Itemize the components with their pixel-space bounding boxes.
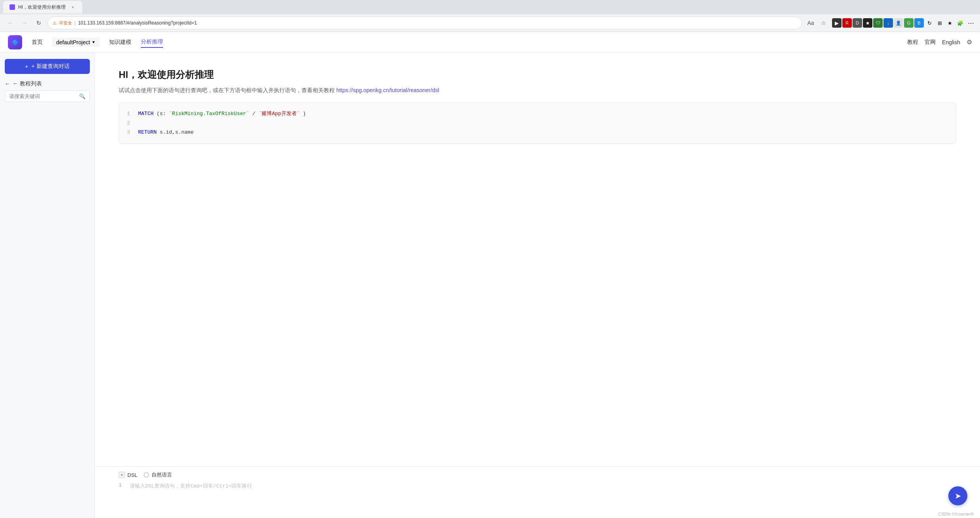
address-url: 101.133.163.159:8887/#/analysisReasoning… xyxy=(78,20,197,26)
ext-split-icon[interactable]: ⊞ xyxy=(935,18,944,28)
editor-line-num: 1 xyxy=(119,482,125,505)
nav-lang[interactable]: English xyxy=(942,39,960,45)
tutorial-list-header[interactable]: ← ← 教程列表 xyxy=(5,80,90,87)
footer-credit: CSDN ©©corner® xyxy=(95,510,980,518)
ext-play-icon[interactable]: ▶ xyxy=(832,18,842,28)
browser-tab[interactable]: HI，欢迎使用分析推理 × xyxy=(3,1,82,13)
send-icon: ➤ xyxy=(955,491,961,501)
back-button[interactable]: ← xyxy=(5,17,16,28)
code-line-1: 1 MATCH (s: `RiskMining.TaxOfRiskUser` /… xyxy=(127,109,948,118)
nav-right: 教程 官网 English ⚙ xyxy=(907,38,972,46)
ext-puzzle-icon[interactable]: 🧩 xyxy=(955,18,965,28)
mode-natural-label: 自然语言 xyxy=(152,471,172,478)
input-area: ≡ DSL 自然语言 1 请输入DSL查询语句，支持Cmd+回车/Ctrl+回车… xyxy=(95,466,980,510)
star-button[interactable]: ☆ xyxy=(818,17,829,28)
welcome-title: HI，欢迎使用分析推理 xyxy=(119,68,956,81)
tab-title: HI，欢迎使用分析推理 xyxy=(18,4,66,11)
forward-button[interactable]: → xyxy=(19,17,30,28)
line-num-2: 2 xyxy=(127,119,132,128)
nav-knowledge[interactable]: 知识建模 xyxy=(109,37,131,47)
new-chat-plus-icon: + xyxy=(25,63,28,70)
reload-button[interactable]: ↻ xyxy=(33,17,44,28)
welcome-desc: 试试点击使用下面的语句进行查询吧，或在下方语句框中输入并执行语句，查看相关教程 … xyxy=(119,86,956,95)
nav-tutorial[interactable]: 教程 xyxy=(907,39,918,46)
code-line-2: 2 xyxy=(127,119,948,128)
main-layout: + + 新建查询对话 ← ← 教程列表 🔍 HI，欢迎使用分析推理 试试点击使用… xyxy=(0,53,980,518)
ext-star2-icon[interactable]: ★ xyxy=(945,18,955,28)
ext-user-icon[interactable]: 👤 xyxy=(894,18,903,28)
code-line-3: 3 RETURN s.id,s.name xyxy=(127,128,948,137)
nav-project-label: defaultProject xyxy=(56,39,90,45)
tutorial-link[interactable]: https://spg.openkg.cn/tutorial/reasoner/… xyxy=(336,87,439,93)
browser-actions: Aa ☆ xyxy=(805,17,829,28)
ext-arrow-icon[interactable]: ↓ xyxy=(883,18,893,28)
nav-home[interactable]: 首页 xyxy=(32,37,43,47)
new-chat-button[interactable]: + + 新建查询对话 xyxy=(5,59,90,74)
browser-toolbar: ← → ↻ ⚠ 不安全 | 101.133.163.159:8887/#/ana… xyxy=(0,14,980,32)
search-icon: 🔍 xyxy=(79,93,85,99)
welcome-desc-text: 试试点击使用下面的语句进行查询吧，或在下方语句框中输入并执行语句，查看相关教程 xyxy=(119,87,335,93)
logo-text: 🔷 xyxy=(12,39,19,45)
tab-favicon xyxy=(9,4,15,10)
tutorial-back-icon: ← xyxy=(5,81,10,87)
code-block: 1 MATCH (s: `RiskMining.TaxOfRiskUser` /… xyxy=(119,102,956,144)
nav-project-chevron: ▼ xyxy=(92,40,96,44)
input-editor[interactable]: 1 请输入DSL查询语句，支持Cmd+回车/Ctrl+回车换行 xyxy=(119,482,956,505)
tab-close-icon[interactable]: × xyxy=(70,4,76,10)
search-box[interactable]: 🔍 xyxy=(5,91,90,102)
ext-blue-icon[interactable]: B xyxy=(914,18,924,28)
mode-natural[interactable]: 自然语言 xyxy=(144,471,172,478)
nav-official[interactable]: 官网 xyxy=(925,39,936,46)
settings-icon[interactable]: ⚙ xyxy=(967,38,972,46)
input-mode-bar: ≡ DSL 自然语言 xyxy=(119,471,956,478)
security-icon: ⚠ xyxy=(53,21,57,26)
address-bar[interactable]: ⚠ 不安全 | 101.133.163.159:8887/#/analysisR… xyxy=(47,17,802,29)
browser-chrome: HI，欢迎使用分析推理 × ← → ↻ ⚠ 不安全 | 101.133.163.… xyxy=(0,0,980,32)
code-content-2 xyxy=(138,119,141,128)
dsl-icon: ≡ xyxy=(119,472,125,478)
profile-button[interactable]: Aa xyxy=(805,17,816,28)
ext-shield-icon[interactable]: 🛡 xyxy=(873,18,883,28)
line-num-1: 1 xyxy=(127,109,132,118)
main-content: HI，欢迎使用分析推理 试试点击使用下面的语句进行查询吧，或在下方语句框中输入并… xyxy=(95,53,980,518)
browser-tabs: HI，欢迎使用分析推理 × xyxy=(0,0,980,14)
address-divider: | xyxy=(74,20,76,26)
top-nav: 🔷 首页 defaultProject ▼ 知识建模 分析推理 教程 官网 En… xyxy=(0,32,980,53)
search-input[interactable] xyxy=(9,93,77,99)
mode-dsl-label: DSL xyxy=(127,472,137,478)
send-button[interactable]: ➤ xyxy=(948,486,967,505)
mode-dsl[interactable]: ≡ DSL xyxy=(119,472,137,478)
ext-refresh-icon[interactable]: ↻ xyxy=(925,18,934,28)
ext-dark-icon[interactable]: ■ xyxy=(863,18,872,28)
nav-analysis[interactable]: 分析推理 xyxy=(141,37,163,48)
content-area: HI，欢迎使用分析推理 试试点击使用下面的语句进行查询吧，或在下方语句框中输入并… xyxy=(95,53,980,466)
natural-radio xyxy=(144,472,149,478)
code-content-3: RETURN s.id,s.name xyxy=(138,128,193,137)
new-chat-label: + 新建查询对话 xyxy=(32,63,70,70)
code-content-1: MATCH (s: `RiskMining.TaxOfRiskUser` / `… xyxy=(138,109,306,118)
ext-download-icon[interactable]: D xyxy=(853,18,862,28)
sidebar: + + 新建查询对话 ← ← 教程列表 🔍 xyxy=(0,53,95,518)
tutorial-section: ← ← 教程列表 🔍 xyxy=(5,80,90,102)
editor-placeholder: 请输入DSL查询语句，支持Cmd+回车/Ctrl+回车换行 xyxy=(130,482,252,505)
extension-icons: ▶ R D ■ 🛡 ↓ 👤 G B ↻ ⊞ ★ 🧩 ⋯ xyxy=(832,18,975,28)
line-num-3: 3 xyxy=(127,128,132,137)
tutorial-list-label: ← 教程列表 xyxy=(13,80,42,87)
ext-green-icon[interactable]: G xyxy=(904,18,914,28)
nav-project-dropdown[interactable]: defaultProject ▼ xyxy=(52,38,100,47)
security-text: 不安全 xyxy=(59,20,72,26)
ext-red-icon[interactable]: R xyxy=(842,18,852,28)
ext-dots-icon[interactable]: ⋯ xyxy=(966,18,975,28)
app-logo: 🔷 xyxy=(8,35,22,49)
